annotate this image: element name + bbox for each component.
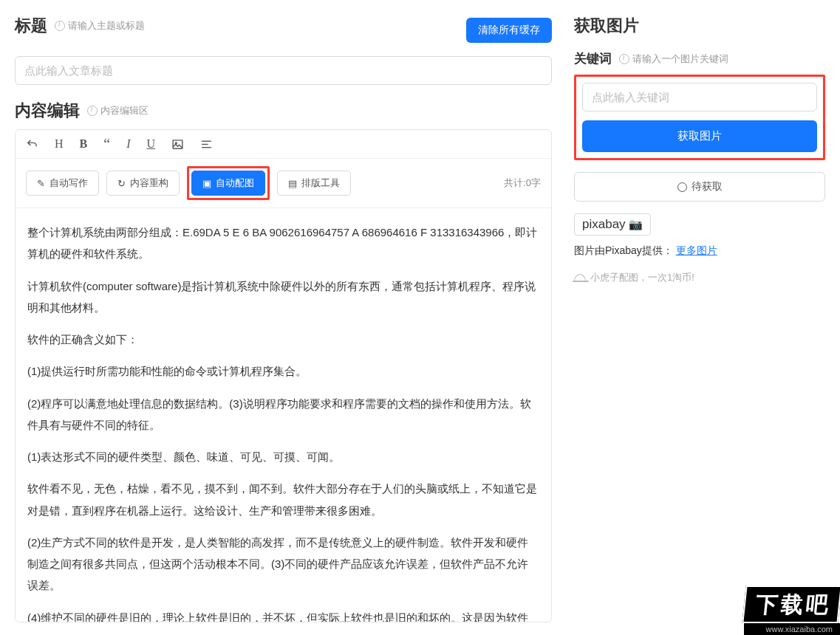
paragraph: 软件看不见，无色，枯燥，看不见，摸不到，闻不到。软件大部分存在于人们的头脑或纸上…: [27, 478, 539, 521]
restructure-button[interactable]: ↻内容重构: [106, 171, 180, 196]
cost-note: 小虎子配图，一次1淘币!: [574, 271, 825, 284]
undo-icon[interactable]: [26, 138, 38, 151]
pixabay-text: pixabay: [582, 217, 626, 232]
paragraph: (4)维护不同的硬件是旧的，理论上软件是旧的，并不坏，但实际上软件也是旧的和坏的…: [27, 607, 539, 622]
content-hint-text: 内容编辑区: [100, 104, 148, 117]
keyword-hint: 请输入一个图片关键词: [619, 52, 728, 66]
pixabay-badge: pixabay 📷: [574, 213, 651, 236]
watermark-sub: www.xiazaiba.com: [744, 623, 840, 635]
main-column: 标题 请输入主题或标题 清除所有缓存 内容编辑 内容编辑区 H B “: [15, 15, 552, 622]
clear-cache-button[interactable]: 清除所有缓存: [466, 18, 552, 43]
bold-icon[interactable]: B: [80, 137, 88, 151]
camera-icon: 📷: [629, 218, 643, 231]
auto-write-button[interactable]: ✎自动写作: [26, 171, 99, 196]
word-count: 共计:0字: [504, 176, 541, 190]
auto-image-button[interactable]: ▣自动配图: [191, 171, 265, 196]
quote-icon[interactable]: “: [103, 140, 110, 148]
content-hint: 内容编辑区: [87, 104, 148, 117]
title-hint: 请输入主题或标题: [55, 19, 145, 32]
editor-box: H B “ I U ✎自动写作 ↻内容重构 ▣自动配图 ▤排版工具 共计:0字 …: [15, 129, 552, 622]
paragraph: 软件的正确含义如下：: [27, 329, 539, 350]
refresh-icon: ↻: [117, 178, 126, 189]
image-panel-title: 获取图片: [574, 15, 639, 37]
paragraph: (2)生产方式不同的软件是开发，是人类智能的高发挥，而不是传统意义上的硬件制造。…: [27, 532, 539, 597]
keyword-input[interactable]: [582, 83, 817, 111]
format-toolbar: H B “ I U: [16, 130, 551, 159]
info-icon: [619, 54, 629, 64]
title-hint-text: 请输入主题或标题: [68, 19, 145, 32]
action-toolbar: ✎自动写作 ↻内容重构 ▣自动配图 ▤排版工具 共计:0字: [16, 159, 551, 208]
fetch-status-label: 待获取: [692, 180, 723, 193]
fetch-status: 待获取: [574, 172, 825, 202]
fetch-image-button[interactable]: 获取图片: [582, 120, 817, 152]
paragraph: (1)表达形式不同的硬件类型、颜色、味道、可见、可摸、可闻。: [27, 446, 539, 467]
layout-tool-label: 排版工具: [301, 176, 340, 190]
align-icon[interactable]: [200, 138, 213, 151]
heading-icon[interactable]: H: [55, 137, 64, 151]
keyword-header: 关键词 请输入一个图片关键词: [574, 50, 825, 67]
paragraph: (2)程序可以满意地处理信息的数据结构。(3)说明程序功能要求和程序需要的文档的…: [27, 393, 539, 436]
content-header: 内容编辑 内容编辑区: [15, 100, 552, 122]
auto-write-label: 自动写作: [49, 176, 88, 190]
image-icon[interactable]: [171, 138, 184, 151]
more-images-link[interactable]: 更多图片: [676, 244, 717, 256]
italic-icon[interactable]: I: [126, 137, 130, 151]
paragraph: 整个计算机系统由两部分组成：E.69DA 5 E 6 BA 9062616964…: [27, 222, 539, 265]
image-panel-header: 获取图片: [574, 15, 825, 37]
image-sidebar: 获取图片 关键词 请输入一个图片关键词 获取图片 待获取 pixabay 📷 图…: [574, 15, 825, 622]
title-label: 标题: [15, 15, 47, 37]
provided-by-line: 图片由Pixabay提供： 更多图片: [574, 244, 825, 258]
watermark-main: 下载吧: [742, 586, 840, 623]
title-header-row: 标题 请输入主题或标题 清除所有缓存: [15, 15, 552, 46]
layout-tool-button[interactable]: ▤排版工具: [277, 171, 351, 196]
article-title-input[interactable]: [15, 56, 552, 85]
editor-content[interactable]: 整个计算机系统由两部分组成：E.69DA 5 E 6 BA 9062616964…: [16, 208, 551, 622]
cost-note-text: 小虎子配图，一次1淘币!: [590, 271, 694, 284]
auto-image-label: 自动配图: [216, 176, 254, 190]
watermark: 下载吧 www.xiazaiba.com: [744, 586, 840, 635]
paragraph: (1)提供运行时所需功能和性能的命令或计算机程序集合。: [27, 360, 539, 382]
content-label: 内容编辑: [15, 100, 80, 122]
title-header: 标题 请输入主题或标题: [15, 15, 145, 37]
grid-icon: ▤: [288, 178, 297, 189]
info-icon: [87, 106, 98, 116]
hat-icon: [574, 274, 586, 281]
keyword-highlight-box: 获取图片: [574, 75, 825, 160]
paragraph: 计算机软件(computer software)是指计算机系统中除硬件以外的所有…: [27, 275, 539, 319]
restructure-label: 内容重构: [130, 176, 168, 190]
picture-icon: ▣: [202, 178, 211, 189]
spinner-icon: [677, 182, 687, 192]
keyword-hint-text: 请输入一个图片关键词: [632, 52, 728, 66]
keyword-label: 关键词: [574, 50, 612, 67]
info-icon: [55, 21, 65, 31]
auto-image-highlight: ▣自动配图: [187, 166, 270, 200]
underline-icon[interactable]: U: [146, 137, 155, 151]
provided-by-text: 图片由Pixabay提供：: [574, 244, 673, 256]
pencil-icon: ✎: [37, 178, 45, 189]
